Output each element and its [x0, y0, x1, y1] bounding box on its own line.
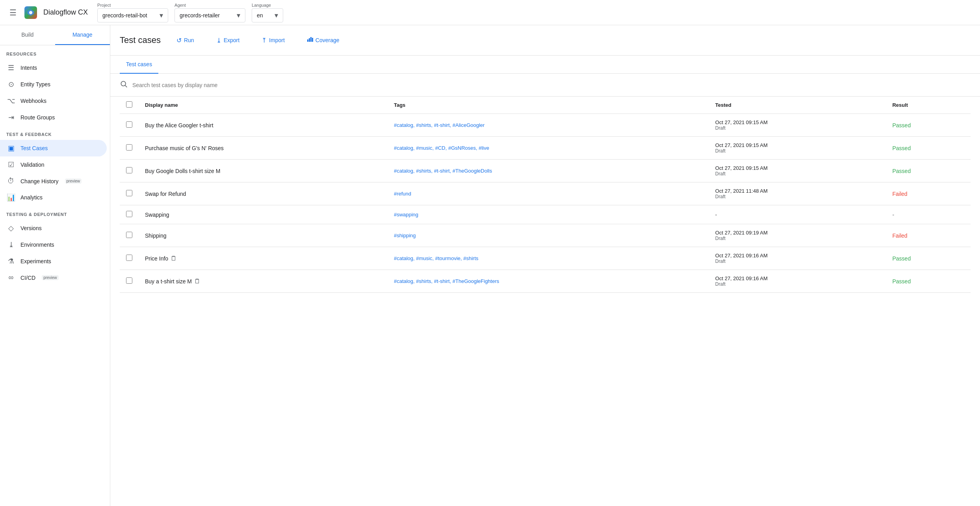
run-button[interactable]: ↺ Run [170, 33, 200, 47]
sidebar-item-change-history[interactable]: ⏱ Change History preview [0, 173, 107, 189]
sidebar-item-entity-types[interactable]: ⊙ Entity Types [0, 76, 107, 93]
row-checkbox[interactable] [126, 232, 132, 238]
table-row: Price Info🗒#catalog, #music, #tourmovie,… [120, 247, 971, 270]
search-input[interactable] [132, 82, 971, 88]
table-row: Buy the Alice Googler t-shirt#catalog, #… [120, 114, 971, 137]
table-container: Display name Tags Tested Result Buy the … [110, 97, 980, 293]
tag-list[interactable]: #catalog, #music, #tourmovie, #shirts [394, 255, 479, 261]
sidebar-tabs: Build Manage [0, 25, 110, 45]
row-tags: #refund [388, 182, 709, 205]
sidebar-item-experiments[interactable]: ⚗ Experiments [0, 253, 107, 270]
sidebar-item-cicd[interactable]: ∞ CI/CD preview [0, 270, 107, 286]
tag-list[interactable]: #catalog, #shirts, #t-shirt, #TheGoogleD… [394, 168, 492, 174]
sidebar-item-validation[interactable]: ☑ Validation [0, 156, 107, 173]
row-checkbox[interactable] [126, 277, 132, 284]
row-tags: #shipping [388, 224, 709, 247]
sidebar-item-intents[interactable]: ☰ Intents [0, 60, 107, 76]
project-selector-group: Project grecords-retail-bot ▾ [97, 3, 168, 22]
project-selector[interactable]: grecords-retail-bot ▾ [97, 8, 168, 22]
page-title: Test cases [120, 35, 161, 45]
import-icon: ⤒ [262, 37, 267, 44]
tag-list[interactable]: #catalog, #shirts, #t-shirt, #TheGoogleF… [394, 278, 499, 284]
tag-list[interactable]: #refund [394, 191, 411, 197]
search-icon [120, 80, 128, 90]
table-row: Swap for Refund#refundOct 27, 2021 11:48… [120, 182, 971, 205]
agent-label: Agent [174, 3, 245, 7]
row-checkbox[interactable] [126, 255, 132, 261]
sidebar-item-analytics[interactable]: 📊 Analytics [0, 189, 107, 206]
row-display-name[interactable]: Shipping [139, 224, 388, 247]
row-checkbox[interactable] [126, 190, 132, 196]
sidebar-item-route-groups[interactable]: ⇥ Route Groups [0, 109, 107, 126]
row-result: - [886, 205, 971, 224]
row-result: Failed [886, 182, 971, 205]
language-selector-group: Language en ▾ [252, 3, 283, 22]
tag-list[interactable]: #catalog, #shirts, #t-shirt, #AliceGoogl… [394, 122, 485, 128]
export-button[interactable]: ⤓ Export [210, 33, 246, 47]
hamburger-icon[interactable]: ☰ [6, 5, 20, 20]
sidebar-item-versions-label: Versions [20, 225, 42, 231]
table-header-display-name: Display name [139, 97, 388, 114]
row-checkbox[interactable] [126, 121, 132, 128]
language-selector[interactable]: en ▾ [252, 8, 283, 22]
search-bar [110, 74, 980, 97]
content-tabs: Test cases [110, 56, 980, 74]
language-value: en [257, 12, 263, 19]
run-label: Run [184, 37, 194, 43]
content-header: Test cases ↺ Run ⤓ Export ⤒ Import [110, 25, 980, 56]
table-row: Buy Google Dolls t-shirt size M#catalog,… [120, 160, 971, 182]
language-chevron-icon: ▾ [275, 11, 278, 20]
tab-test-cases[interactable]: Test cases [120, 56, 158, 74]
tag-list[interactable]: #swapping [394, 212, 418, 218]
coverage-button[interactable]: Coverage [301, 33, 346, 47]
sidebar-item-versions[interactable]: ◇ Versions [0, 220, 107, 236]
row-tested: Oct 27, 2021 09:19 AMDraft [709, 224, 886, 247]
row-checkbox[interactable] [126, 144, 132, 151]
sidebar-item-experiments-label: Experiments [20, 258, 51, 264]
sidebar-item-test-cases[interactable]: ▣ Test Cases [0, 140, 107, 156]
testing-deployment-section-label: TESTING & DEPLOYMENT [0, 206, 110, 220]
row-display-name[interactable]: Buy Google Dolls t-shirt size M [139, 160, 388, 182]
row-result: Passed [886, 160, 971, 182]
row-display-name[interactable]: Price Info🗒 [139, 247, 388, 270]
tag-list[interactable]: #shipping [394, 233, 416, 238]
row-checkbox[interactable] [126, 211, 132, 217]
row-display-name[interactable]: Buy the Alice Googler t-shirt [139, 114, 388, 137]
svg-rect-5 [312, 38, 313, 42]
row-display-name[interactable]: Buy a t-shirt size M🗒 [139, 270, 388, 293]
sidebar-item-route-groups-label: Route Groups [20, 114, 55, 121]
tab-manage[interactable]: Manage [55, 25, 110, 45]
topbar: ☰ Dialogflow CX Project grecords-retail-… [0, 0, 980, 25]
sidebar-item-webhooks[interactable]: ⌥ Webhooks [0, 93, 107, 109]
row-display-name[interactable]: Swapping [139, 205, 388, 224]
row-tested: - [709, 205, 886, 224]
analytics-icon: 📊 [6, 193, 16, 202]
agent-selector[interactable]: grecords-retailer ▾ [174, 8, 245, 22]
tag-list[interactable]: #catalog, #music, #CD, #GsNRoses, #live [394, 145, 489, 151]
row-tags: #swapping [388, 205, 709, 224]
row-tags: #catalog, #shirts, #t-shirt, #TheGoogleF… [388, 270, 709, 293]
import-button[interactable]: ⤒ Import [255, 33, 291, 47]
app-logo [24, 6, 37, 19]
row-checkbox-cell [120, 137, 139, 160]
row-checkbox-cell [120, 270, 139, 293]
test-cases-table: Display name Tags Tested Result Buy the … [120, 97, 971, 293]
row-checkbox[interactable] [126, 167, 132, 173]
table-header-result: Result [886, 97, 971, 114]
row-display-name[interactable]: Purchase music of G's N' Roses [139, 137, 388, 160]
row-checkbox-cell [120, 114, 139, 137]
agent-value: grecords-retailer [180, 12, 220, 19]
coverage-label: Coverage [316, 37, 340, 43]
row-result: Passed [886, 247, 971, 270]
agent-chevron-icon: ▾ [237, 11, 240, 20]
project-value: grecords-retail-bot [102, 12, 147, 19]
row-tested: Oct 27, 2021 09:16 AMDraft [709, 247, 886, 270]
resources-section-label: RESOURCES [0, 45, 110, 60]
row-checkbox-cell [120, 224, 139, 247]
row-tested: Oct 27, 2021 09:15 AMDraft [709, 137, 886, 160]
row-display-name[interactable]: Swap for Refund [139, 182, 388, 205]
tab-build[interactable]: Build [0, 25, 55, 45]
main-content: Test cases ↺ Run ⤓ Export ⤒ Import [110, 25, 980, 506]
select-all-checkbox[interactable] [126, 101, 132, 108]
sidebar-item-environments[interactable]: ⤓ Environments [0, 236, 107, 253]
